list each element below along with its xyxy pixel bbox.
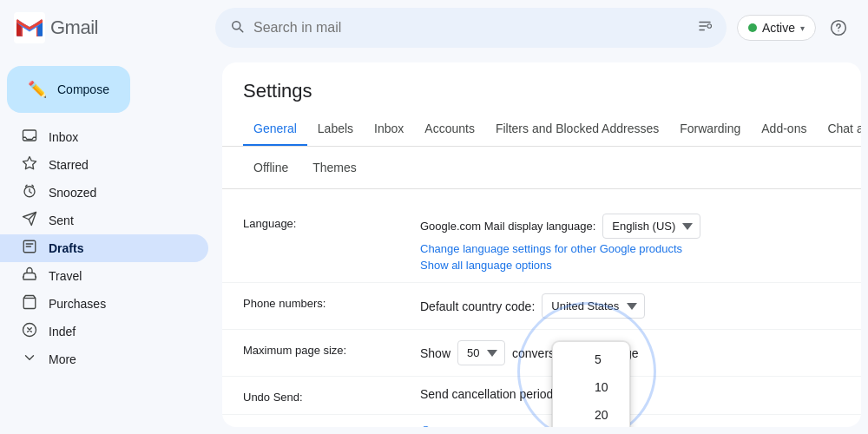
dropdown-option-5[interactable]: 5: [553, 345, 629, 373]
gmail-logo: Gmail: [14, 12, 98, 43]
sidebar-item-snoozed[interactable]: Snoozed: [0, 179, 208, 207]
gmail-logo-icon: [14, 12, 45, 43]
sidebar-item-more[interactable]: More: [0, 345, 208, 373]
drafts-icon: [21, 239, 38, 259]
sidebar-item-purchases[interactable]: Purchases: [0, 290, 208, 318]
sidebar-item-starred[interactable]: Starred: [0, 151, 208, 179]
country-select[interactable]: United States: [542, 293, 645, 319]
starred-icon: [21, 155, 38, 175]
change-language-link[interactable]: Change language settings for other Googl…: [420, 242, 840, 255]
language-setting-row: Language: Google.com Mail display langua…: [222, 203, 861, 283]
tab-addons[interactable]: Add-ons: [751, 113, 817, 147]
sidebar-item-sent[interactable]: Sent: [0, 207, 208, 234]
status-dot: [748, 23, 757, 32]
undo-send-label: Undo Send:: [243, 387, 399, 404]
tab-accounts[interactable]: Accounts: [414, 113, 485, 147]
search-input[interactable]: [253, 20, 688, 36]
language-select-row: Google.com Mail display language: Englis…: [420, 214, 840, 239]
language-value: Google.com Mail display language: Englis…: [420, 214, 840, 272]
default-reply-setting-row: Default reply Reply: [222, 415, 861, 427]
indef-icon: [21, 322, 38, 342]
status-badge[interactable]: Active ▾: [737, 15, 816, 41]
compose-label: Compose: [57, 82, 109, 96]
undo-send-inline-row: Send cancellation period: seconds: [420, 387, 840, 401]
status-label: Active: [762, 21, 795, 35]
dropdown-option-20[interactable]: 20: [553, 401, 629, 427]
language-label: Language:: [243, 214, 399, 230]
dropdown-option-5-label: 5: [595, 352, 602, 366]
search-options-icon[interactable]: [697, 18, 713, 38]
tab-forwarding[interactable]: Forwarding: [669, 113, 751, 147]
dropdown-option-10-label: 10: [595, 380, 608, 394]
travel-label: Travel: [49, 269, 82, 283]
compose-icon: ✏️: [28, 80, 47, 99]
undo-send-value: Send cancellation period: seconds: [420, 387, 840, 401]
help-button[interactable]: [823, 12, 854, 43]
sent-label: Sent: [49, 214, 74, 227]
page-size-select[interactable]: 50 25 10: [457, 340, 505, 365]
gmail-title: Gmail: [50, 16, 98, 39]
more-label: More: [49, 352, 76, 366]
sidebar-item-inbox[interactable]: Inbox: [0, 123, 208, 151]
starred-label: Starred: [49, 158, 89, 172]
tab-labels[interactable]: Labels: [307, 113, 364, 147]
purchases-label: Purchases: [49, 297, 106, 311]
default-reply-label: Default reply: [243, 425, 399, 427]
svg-point-1: [707, 23, 712, 28]
reply-radio-label[interactable]: Reply: [420, 425, 840, 427]
settings-content: Language: Google.com Mail display langua…: [222, 189, 861, 427]
drafts-label: Drafts: [49, 241, 83, 255]
purchases-icon: [21, 294, 38, 314]
tab-chat[interactable]: Chat a…: [817, 113, 861, 147]
page-size-value: Show 50 25 10 conversations per page: [420, 340, 840, 365]
chevron-down-icon: ▾: [800, 23, 805, 33]
sidebar-item-drafts[interactable]: Drafts: [0, 234, 208, 262]
tab-general[interactable]: General: [243, 113, 307, 147]
phone-inline-row: Default country code: United States: [420, 293, 840, 319]
page-size-dropdown[interactable]: 5 10 20 ✓ 30: [552, 341, 630, 427]
dropdown-option-10[interactable]: 10: [553, 373, 629, 401]
main-area: ✏️ Compose Inbox Starred Snoozed: [0, 56, 868, 434]
snoozed-icon: [21, 183, 38, 203]
header: Gmail Active ▾: [0, 0, 868, 56]
sent-icon: [21, 211, 38, 231]
header-right: Active ▾: [737, 12, 854, 43]
sidebar: ✏️ Compose Inbox Starred Snoozed: [0, 56, 222, 434]
reply-label: Reply: [437, 425, 465, 427]
inbox-label: Inbox: [49, 130, 78, 144]
reply-radio[interactable]: [420, 426, 431, 427]
language-description: Google.com Mail display language:: [420, 220, 595, 233]
inbox-icon: [21, 128, 38, 148]
page-size-label: Maximum page size:: [243, 340, 399, 357]
tab-inbox[interactable]: Inbox: [364, 113, 414, 147]
phone-description: Default country code:: [420, 299, 535, 313]
page-size-inline-row: Show 50 25 10 conversations per page: [420, 340, 840, 365]
tab-filters[interactable]: Filters and Blocked Addresses: [485, 113, 669, 147]
travel-icon: [21, 266, 38, 286]
indef-label: Indef: [49, 325, 76, 339]
sub-tab-offline[interactable]: Offline: [243, 154, 299, 181]
logo-area: Gmail: [14, 12, 205, 43]
undo-send-setting-row: Undo Send: Send cancellation period: sec…: [222, 377, 861, 415]
svg-point-3: [838, 30, 838, 31]
page-size-prefix: Show: [420, 346, 450, 360]
sidebar-item-indef[interactable]: Indef: [0, 318, 208, 345]
sub-tab-themes[interactable]: Themes: [302, 154, 367, 181]
phone-value: Default country code: United States: [420, 293, 840, 319]
snoozed-label: Snoozed: [49, 186, 96, 200]
phone-label: Phone numbers:: [243, 293, 399, 310]
language-select[interactable]: English (US): [602, 214, 700, 239]
default-reply-value: Reply: [420, 425, 840, 427]
search-icon: [229, 18, 245, 38]
compose-button[interactable]: ✏️ Compose: [7, 66, 130, 113]
undo-send-prefix: Send cancellation period:: [420, 387, 556, 401]
search-bar[interactable]: [215, 8, 727, 48]
sub-tabs: Offline Themes: [222, 147, 861, 189]
settings-title: Settings: [222, 62, 861, 113]
settings-tabs: General Labels Inbox Accounts Filters an…: [222, 113, 861, 147]
dropdown-option-20-label: 20: [595, 408, 608, 422]
more-icon: [21, 350, 38, 370]
show-language-link[interactable]: Show all language options: [420, 259, 840, 272]
settings-panel: Settings General Labels Inbox Accounts F…: [222, 62, 861, 427]
sidebar-item-travel[interactable]: Travel: [0, 262, 208, 290]
